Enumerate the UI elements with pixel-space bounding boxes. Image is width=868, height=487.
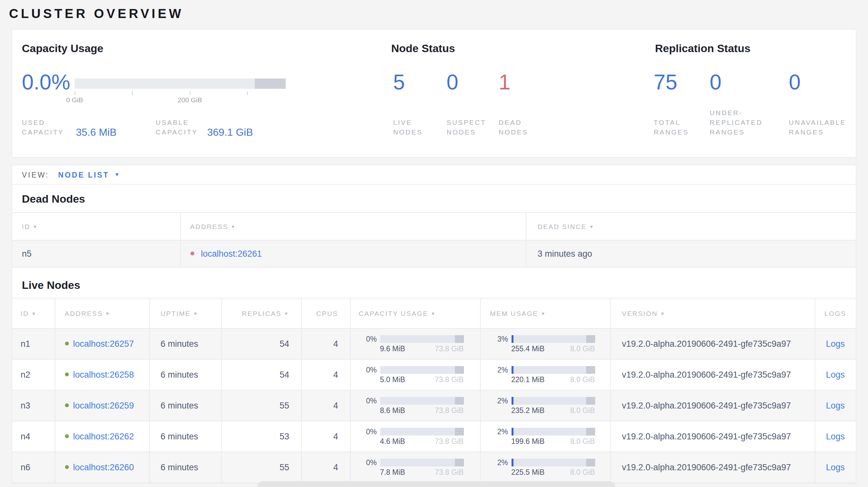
dead-status-dot-icon <box>190 252 194 255</box>
node-address-link[interactable]: localhost:26258 <box>73 370 134 380</box>
live-status-dot-icon <box>65 372 68 376</box>
column-header-replicas[interactable]: REPLICAS▼ <box>221 298 301 328</box>
page-title: CLUSTER OVERVIEW <box>0 0 868 21</box>
under-replicated-ranges-label: UNDER- REPLICATED RANGES <box>710 108 763 137</box>
node-address-link[interactable]: localhost:26260 <box>73 462 134 472</box>
live-status-dot-icon <box>65 465 68 469</box>
logs-cell: Logs <box>815 390 856 421</box>
column-header-id[interactable]: ID▼ <box>12 298 55 328</box>
capacity-usage-bar <box>75 78 286 89</box>
cpus-cell: 4 <box>301 359 350 390</box>
replicas-cell: 55 <box>221 390 301 421</box>
uptime-cell: 6 minutes <box>149 421 221 452</box>
capacity-usage-cell: 0% 7.8 MiB73.8 GiB <box>350 452 480 483</box>
sort-desc-icon: ▼ <box>431 312 436 316</box>
view-dropdown[interactable]: NODE LIST ▼ <box>58 171 121 178</box>
column-header-version[interactable]: VERSION▼ <box>610 298 815 328</box>
axis-tick-label: 0 GiB <box>49 96 100 104</box>
live-node-row: n1 localhost:26257 6 minutes 54 4 0% 9.6… <box>12 328 856 359</box>
used-capacity-label: USED CAPACITY <box>22 118 64 137</box>
sort-desc-icon: ▼ <box>541 312 546 316</box>
live-nodes-label: LIVE NODES <box>393 118 423 137</box>
total-ranges-count: 75 <box>654 71 677 94</box>
unavailable-ranges-label: UNAVAILABLE RANGES <box>789 118 846 137</box>
capacity-used-percent: 0.0% <box>22 71 70 94</box>
capacity-usage-cell: 0% 8.6 MiB73.8 GiB <box>350 390 480 421</box>
uptime-cell: 6 minutes <box>149 359 221 390</box>
logs-link[interactable]: Logs <box>826 401 845 411</box>
column-header-id[interactable]: ID▼ <box>12 213 180 240</box>
mem-mini-bar <box>511 335 595 343</box>
used-capacity-value: 35.6 MiB <box>76 127 117 138</box>
dead-nodes-table: ID▼ ADDRESS▼ DEAD SINCE▼ n5 localhost:26… <box>12 212 856 268</box>
capacity-bar-reserved-segment <box>255 78 286 89</box>
axis-tick-label: 200 GiB <box>164 96 216 104</box>
axis-tick <box>247 91 248 95</box>
column-header-mem-usage[interactable]: MEM USAGE▼ <box>480 298 610 328</box>
capacity-usage-cell: 0% 5.0 MiB73.8 GiB <box>350 359 480 390</box>
capacity-mini-bar <box>380 397 464 404</box>
live-node-row: n3 localhost:26259 6 minutes 55 4 0% 8.6… <box>12 390 856 421</box>
sort-desc-icon: ▼ <box>231 225 236 229</box>
usable-capacity-value: 369.1 GiB <box>207 127 253 138</box>
mem-mini-bar <box>511 459 595 466</box>
capacity-mini-bar <box>380 366 464 374</box>
live-nodes-heading: Live Nodes <box>22 279 856 292</box>
column-header-capacity-usage[interactable]: CAPACITY USAGE▼ <box>350 298 480 328</box>
node-address-cell: localhost:26257 <box>55 328 149 359</box>
node-address-cell: localhost:26259 <box>55 390 149 421</box>
node-tables-section: Dead Nodes ID▼ ADDRESS▼ DEAD SINCE▼ n5 l… <box>12 185 856 483</box>
column-header-cpus: CPUS <box>301 298 350 328</box>
mem-usage-cell: 2% 225.5 MiB8.0 GiB <box>480 452 610 483</box>
cluster-overview-page: CLUSTER OVERVIEW Capacity Usage 0.0% 0 G… <box>0 0 868 487</box>
node-address-link[interactable]: localhost:26261 <box>201 249 262 259</box>
node-address-link[interactable]: localhost:26262 <box>73 432 134 441</box>
axis-tick <box>75 91 75 95</box>
column-header-address[interactable]: ADDRESS▼ <box>180 213 526 240</box>
version-cell: v19.2.0-alpha.20190606-2491-gfe735c9a97 <box>610 421 815 452</box>
under-replicated-ranges-count: 0 <box>710 71 722 94</box>
uptime-cell: 6 minutes <box>149 328 221 359</box>
live-nodes-table: ID▼ ADDRESS▼ UPTIME▼ REPLICAS▼ CPUS CAPA… <box>12 298 856 483</box>
sort-desc-icon: ▼ <box>589 225 594 229</box>
cluster-summary-card: Capacity Usage 0.0% 0 GiB 200 GiB USED C… <box>12 30 856 157</box>
node-address-cell: localhost:26258 <box>55 359 149 390</box>
suspect-nodes-label: SUSPECT NODES <box>446 118 486 137</box>
node-address-link[interactable]: localhost:26259 <box>73 401 134 411</box>
version-cell: v19.2.0-alpha.20190606-2491-gfe735c9a97 <box>610 390 815 421</box>
usable-capacity-label: USABLE CAPACITY <box>156 118 198 137</box>
node-id-cell: n5 <box>12 240 180 267</box>
node-address-link[interactable]: localhost:26257 <box>73 339 134 349</box>
view-selector-bar: VIEW: NODE LIST ▼ <box>12 165 856 185</box>
cpus-cell: 4 <box>301 328 350 359</box>
logs-link[interactable]: Logs <box>826 462 845 472</box>
mem-usage-cell: 2% 199.6 MiB8.0 GiB <box>480 421 610 452</box>
column-header-uptime[interactable]: UPTIME▼ <box>149 298 221 328</box>
column-header-dead-since[interactable]: DEAD SINCE▼ <box>526 213 856 240</box>
node-id-cell: n2 <box>12 359 55 390</box>
capacity-usage-cell: 0% 9.6 MiB73.8 GiB <box>350 328 480 359</box>
node-id-cell: n4 <box>12 421 55 452</box>
view-dropdown-value: NODE LIST <box>58 171 110 178</box>
node-address-cell: localhost:26260 <box>55 452 149 483</box>
logs-cell: Logs <box>815 421 856 452</box>
replicas-cell: 54 <box>221 359 301 390</box>
logs-link[interactable]: Logs <box>826 432 845 441</box>
replicas-cell: 54 <box>221 328 301 359</box>
logs-cell: Logs <box>815 359 856 390</box>
sort-desc-icon: ▼ <box>32 312 37 316</box>
replicas-cell: 53 <box>221 421 301 452</box>
mem-usage-cell: 2% 220.1 MiB8.0 GiB <box>480 359 610 390</box>
live-node-row: n4 localhost:26262 6 minutes 53 4 0% 4.6… <box>12 421 856 452</box>
live-status-dot-icon <box>65 342 68 346</box>
version-cell: v19.2.0-alpha.20190606-2491-gfe735c9a97 <box>610 328 815 359</box>
logs-link[interactable]: Logs <box>826 370 845 380</box>
chevron-down-icon: ▼ <box>114 172 121 177</box>
axis-tick <box>132 91 132 95</box>
column-header-address[interactable]: ADDRESS▼ <box>55 298 149 328</box>
logs-cell: Logs <box>815 328 856 359</box>
logs-link[interactable]: Logs <box>826 339 845 349</box>
uptime-cell: 6 minutes <box>149 390 221 421</box>
column-header-logs: LOGS <box>815 298 856 328</box>
dead-nodes-count: 1 <box>499 71 510 94</box>
